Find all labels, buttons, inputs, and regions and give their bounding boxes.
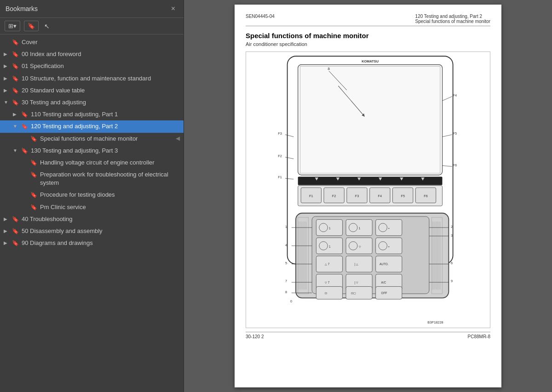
- bookmark-icon: 🔖: [30, 203, 37, 211]
- svg-rect-77: [346, 256, 372, 272]
- expand-icon: ▶: [4, 86, 11, 94]
- sidebar-item-30[interactable]: ▼🔖30 Testing and adjusting: [0, 97, 184, 108]
- bookmark-icon: 🔖: [21, 110, 28, 119]
- bookmark-icon: 🔖: [12, 62, 19, 70]
- svg-text:a: a: [328, 66, 330, 71]
- bookmark-icon: 🔖: [30, 170, 37, 179]
- sidebar: Bookmarks × ⊞▾ 🔖 ↖ 🔖Cover▶🔖00 Index and …: [0, 0, 184, 392]
- svg-text:F3: F3: [278, 131, 282, 136]
- doc-header-left: SEN04445-04: [246, 14, 275, 24]
- sidebar-item-40[interactable]: ▶🔖40 Troubleshooting: [0, 213, 184, 225]
- bookmark-icon: 🔖: [12, 227, 19, 235]
- bookmark-icon: 🔖: [12, 50, 19, 58]
- sidebar-item-procedure[interactable]: 🔖Procedure for testing diodes: [0, 189, 184, 201]
- bookmark-icon: 🔖: [12, 38, 19, 46]
- sidebar-item-cover[interactable]: 🔖Cover: [0, 36, 184, 48]
- sidebar-item-120[interactable]: ▼🔖120 Testing and adjusting, Part 2: [0, 120, 184, 132]
- doc-footer: 30-120 2 PC88MR-8: [246, 332, 490, 339]
- sidebar-item-label: Handling voltage circuit of engine contr…: [40, 159, 180, 167]
- svg-text:F1: F1: [278, 175, 282, 179]
- svg-text:F6: F6: [453, 163, 457, 167]
- bookmark-icon: 🔖: [30, 135, 37, 143]
- sidebar-item-label: Pm Clinic service: [40, 203, 180, 211]
- bookmark-icon: 🔖: [21, 147, 28, 155]
- expand-icon: ▶: [4, 215, 11, 222]
- svg-text:⊡▢: ⊡▢: [351, 291, 356, 295]
- sidebar-item-preparation[interactable]: 🔖Preparation work for troubleshooting of…: [0, 169, 184, 189]
- svg-text:1: 1: [285, 225, 287, 229]
- sidebar-item-50[interactable]: ▶🔖50 Disassembly and assembly: [0, 225, 184, 237]
- sidebar-item-special[interactable]: 🔖Special functions of machine monitor◀: [0, 133, 184, 145]
- svg-text:8: 8: [285, 290, 287, 294]
- sidebar-item-label: 01 Specification: [22, 62, 180, 70]
- svg-line-9: [443, 135, 452, 137]
- svg-text:1: 1: [329, 227, 331, 230]
- sidebar-item-110[interactable]: ▶🔖110 Testing and adjusting, Part 1: [0, 108, 184, 120]
- bookmark-icon: 🔖: [12, 239, 19, 247]
- sidebar-item-label: Procedure for testing diodes: [40, 191, 180, 199]
- svg-rect-91: [376, 286, 402, 299]
- svg-text:5: 5: [285, 261, 287, 265]
- svg-text:| ▽: | ▽: [354, 281, 358, 284]
- bookmark-icon: 🔖: [30, 191, 37, 199]
- svg-text:F4: F4: [453, 93, 457, 97]
- bookmark-icon: 🔖: [12, 215, 19, 223]
- sidebar-item-pm[interactable]: 🔖Pm Clinic service: [0, 201, 184, 213]
- svg-text:7: 7: [285, 279, 287, 283]
- sidebar-item-20[interactable]: ▶🔖20 Standard value table: [0, 85, 184, 97]
- svg-line-11: [443, 165, 452, 166]
- main-content: SEN04445-04 120 Testing and adjusting, P…: [184, 0, 552, 392]
- sidebar-item-label: Preparation work for troubleshooting of …: [40, 170, 180, 187]
- sidebar-item-10[interactable]: ▶🔖10 Structure, function and maintenance…: [0, 73, 184, 85]
- sidebar-item-label: Cover: [22, 38, 180, 46]
- expand-icon: ▶: [4, 227, 11, 234]
- svg-text:△ 7: △ 7: [325, 262, 330, 266]
- sidebar-item-label: Special functions of machine monitor: [40, 135, 174, 143]
- svg-text:F5: F5: [453, 131, 457, 136]
- svg-rect-2: [300, 66, 440, 173]
- view-options-button[interactable]: ⊞▾: [5, 21, 20, 31]
- sidebar-item-label: 110 Testing and adjusting, Part 1: [31, 110, 180, 119]
- doc-header: SEN04445-04 120 Testing and adjusting, P…: [246, 14, 490, 26]
- svg-text:•: •: [388, 245, 389, 248]
- svg-text:4: 4: [285, 243, 287, 247]
- svg-text:▽ 7: ▽ 7: [325, 281, 330, 284]
- svg-text:B3P18228: B3P18228: [427, 320, 443, 324]
- bookmark-search-button[interactable]: 🔖: [24, 21, 39, 31]
- sidebar-item-label: 50 Disassembly and assembly: [22, 227, 180, 235]
- sidebar-item-01[interactable]: ▶🔖01 Specification: [0, 60, 184, 72]
- expand-icon: ▶: [4, 50, 11, 57]
- expand-icon: ▶: [13, 110, 20, 118]
- sidebar-item-label: 130 Testing and adjusting, Part 3: [31, 147, 180, 155]
- page-container: SEN04445-04 120 Testing and adjusting, P…: [235, 5, 501, 387]
- svg-text:1: 1: [359, 227, 361, 230]
- sidebar-item-130[interactable]: ▼🔖130 Testing and adjusting, Part 3: [0, 145, 184, 157]
- bookmark-search-icon: 🔖: [28, 23, 35, 29]
- expand-icon: [22, 203, 29, 204]
- sidebar-header: Bookmarks ×: [0, 0, 184, 18]
- svg-text:2: 2: [451, 225, 453, 229]
- doc-title: Special functions of machine monitor: [246, 32, 490, 40]
- sidebar-item-label: 40 Troubleshooting: [22, 215, 180, 223]
- expand-icon: ▼: [13, 147, 20, 154]
- sidebar-item-label: 120 Testing and adjusting, Part 2: [31, 122, 180, 131]
- sidebar-content: 🔖Cover▶🔖00 Index and foreword▶🔖01 Specif…: [0, 34, 184, 392]
- sidebar-item-handling[interactable]: 🔖Handling voltage circuit of engine cont…: [0, 157, 184, 169]
- sidebar-title: Bookmarks: [6, 5, 38, 12]
- doc-footer-left: 30-120 2: [246, 334, 264, 339]
- svg-rect-89: [346, 286, 372, 299]
- sidebar-item-00[interactable]: ▶🔖00 Index and foreword: [0, 48, 184, 60]
- svg-text:0: 0: [290, 299, 292, 303]
- svg-text:▽: ▽: [359, 245, 361, 248]
- sidebar-close-button[interactable]: ×: [168, 4, 178, 14]
- expand-icon: [22, 159, 29, 159]
- svg-text:9: 9: [451, 279, 453, 283]
- expand-icon: [22, 191, 29, 192]
- sidebar-item-90[interactable]: ▶🔖90 Diagrams and drawings: [0, 237, 184, 249]
- svg-text:OFF: OFF: [381, 291, 387, 295]
- svg-text:F2: F2: [332, 194, 336, 198]
- doc-header-right: 120 Testing and adjusting, Part 2 Specia…: [415, 14, 490, 24]
- sidebar-item-label: 10 Structure, function and maintenance s…: [22, 74, 180, 83]
- expand-icon: [4, 38, 11, 39]
- collapse-arrow-icon: ◀: [176, 135, 180, 142]
